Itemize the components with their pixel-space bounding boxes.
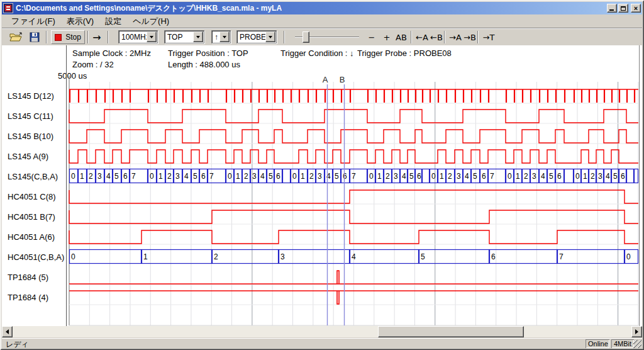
menu-item-3[interactable]: ヘルプ(H): [127, 14, 175, 28]
open-file-button[interactable]: [8, 30, 23, 44]
length-text: Length : 488.000 us: [168, 60, 240, 69]
trigger-pos-combo-value: TOP: [165, 33, 193, 42]
toolbar-separator: [87, 31, 89, 43]
channel-label-ls145-b10[interactable]: LS145 B(10): [8, 132, 53, 141]
svg-text:0: 0: [431, 172, 436, 181]
menu-item-1[interactable]: 表示(V): [61, 14, 99, 28]
chevron-down-icon[interactable]: [265, 31, 275, 42]
channel-label-hc4051-c8[interactable]: HC4051 C(8): [8, 192, 56, 201]
maximize-button[interactable]: [618, 4, 628, 13]
svg-text:4: 4: [402, 172, 406, 181]
svg-text:1: 1: [158, 172, 163, 181]
clock-combo-value: 100MHz: [119, 33, 147, 42]
run-button[interactable]: →: [89, 30, 105, 44]
svg-text:0: 0: [575, 172, 580, 181]
channel-label-ls145-bus[interactable]: LS145(C,B,A): [8, 172, 58, 181]
svg-text:2: 2: [309, 172, 314, 181]
dropdown-arrow-icon: [150, 36, 153, 38]
minimize-button[interactable]: [607, 4, 617, 13]
scrollbar-thumb[interactable]: [378, 326, 524, 337]
zoom-in-button[interactable]: +: [380, 30, 393, 44]
toolbar: Stop → 100MHzTOP↑PROBE00−+AB←A←B→A→B→T: [2, 28, 642, 45]
svg-text:1: 1: [377, 172, 382, 181]
goto-b-right-button[interactable]: →B: [464, 30, 476, 44]
svg-text:2: 2: [214, 252, 218, 261]
zoom-out-button[interactable]: −: [365, 30, 378, 44]
channel-label-hc4051-bus[interactable]: HC4051(C,B,A): [8, 252, 64, 262]
trigger-edge-combo[interactable]: ↑: [211, 30, 231, 43]
scroll-right-button[interactable]: [631, 326, 642, 337]
svg-text:4: 4: [606, 172, 610, 181]
zoom-slider[interactable]: [295, 30, 359, 44]
menu-bar: ファイル(F)表示(V)設定ヘルプ(H): [2, 15, 642, 28]
trigger-condition-text: Trigger Condition : ↓: [280, 48, 354, 58]
chevron-down-icon[interactable]: [219, 31, 230, 42]
svg-text:4: 4: [465, 172, 469, 181]
sample-clock-text: Sample Clock : 2MHz: [72, 48, 151, 58]
goto-a-right-button[interactable]: →A: [449, 30, 462, 44]
svg-text:6: 6: [123, 172, 128, 181]
waveform-client-area: Sample Clock : 2MHz Trigger Position : T…: [2, 45, 642, 326]
horizontal-scrollbar[interactable]: [2, 326, 642, 337]
minimize-icon: [609, 9, 614, 11]
svg-text:0: 0: [71, 172, 75, 181]
svg-text:0: 0: [508, 172, 512, 181]
plot-right-border: [639, 45, 640, 326]
svg-text:3: 3: [280, 252, 285, 261]
svg-text:2: 2: [591, 172, 595, 181]
cursor-a[interactable]: A: [323, 75, 328, 325]
toolbar-separator: [46, 31, 47, 43]
app-window: C:\Documents and Settings\noname\デスクトップ\…: [0, 0, 644, 350]
save-button[interactable]: [27, 30, 42, 44]
goto-trigger-button[interactable]: →T: [482, 30, 495, 44]
svg-text:2: 2: [524, 172, 528, 181]
svg-text:5: 5: [473, 172, 477, 181]
chevron-down-icon[interactable]: [147, 31, 157, 42]
status-memory-panel: 4MBit: [611, 339, 634, 348]
svg-text:4: 4: [106, 172, 111, 181]
channel-label-tp1684-5[interactable]: TP1684 (5): [8, 273, 48, 282]
stop-button[interactable]: Stop: [51, 30, 85, 44]
svg-text:6: 6: [343, 172, 347, 181]
svg-text:6: 6: [276, 172, 280, 181]
toolbar-separator: [477, 31, 479, 43]
svg-text:3: 3: [457, 172, 461, 181]
zoom-slider-thumb[interactable]: [303, 31, 309, 43]
svg-text:6: 6: [557, 172, 562, 181]
trigger-probe-text: Trigger Probe : PROBE08: [357, 48, 452, 58]
menu-item-2[interactable]: 設定: [99, 14, 127, 28]
menu-item-0[interactable]: ファイル(F): [6, 14, 61, 28]
svg-text:3: 3: [598, 172, 602, 181]
svg-text:1: 1: [143, 252, 148, 261]
goto-ab-button[interactable]: AB: [395, 30, 408, 44]
channel-label-hc4051-a6[interactable]: HC4051 A(6): [8, 232, 55, 242]
probe-combo[interactable]: PROBE00: [236, 30, 277, 43]
goto-b-left-button[interactable]: ←B: [430, 30, 443, 44]
chevron-down-icon[interactable]: [193, 31, 203, 42]
channel-label-hc4051-b7[interactable]: HC4051 B(7): [8, 212, 55, 222]
cursor-b[interactable]: B: [340, 75, 345, 325]
svg-text:5: 5: [613, 172, 618, 181]
scroll-left-button[interactable]: [2, 326, 13, 337]
svg-text:1: 1: [516, 172, 520, 181]
dropdown-arrow-icon: [269, 36, 272, 38]
trigger-pos-combo[interactable]: TOP: [164, 30, 204, 43]
dropdown-arrow-icon: [223, 36, 226, 38]
close-button[interactable]: ×: [631, 4, 641, 13]
goto-a-left-button[interactable]: ←A: [416, 30, 428, 44]
waveform-plot[interactable]: 0123456701234567012345601234567012345601…: [66, 74, 641, 326]
floppy-disk-icon: [30, 32, 40, 42]
channel-label-ls145-a9[interactable]: LS145 A(9): [8, 152, 48, 161]
channel-label-ls145-c11[interactable]: LS145 C(11): [8, 111, 53, 121]
channel-label-ls145-d12[interactable]: LS145 D(12): [8, 91, 54, 101]
svg-text:4: 4: [541, 172, 545, 181]
resize-grip[interactable]: [633, 340, 641, 348]
svg-text:6: 6: [621, 172, 625, 181]
app-icon[interactable]: [3, 3, 13, 13]
svg-text:4: 4: [260, 172, 265, 181]
svg-text:0: 0: [292, 172, 297, 181]
svg-text:7: 7: [490, 172, 494, 181]
svg-text:5: 5: [409, 172, 414, 181]
clock-combo[interactable]: 100MHz: [118, 30, 158, 43]
channel-label-tp1684-4[interactable]: TP1684 (4): [8, 293, 48, 302]
